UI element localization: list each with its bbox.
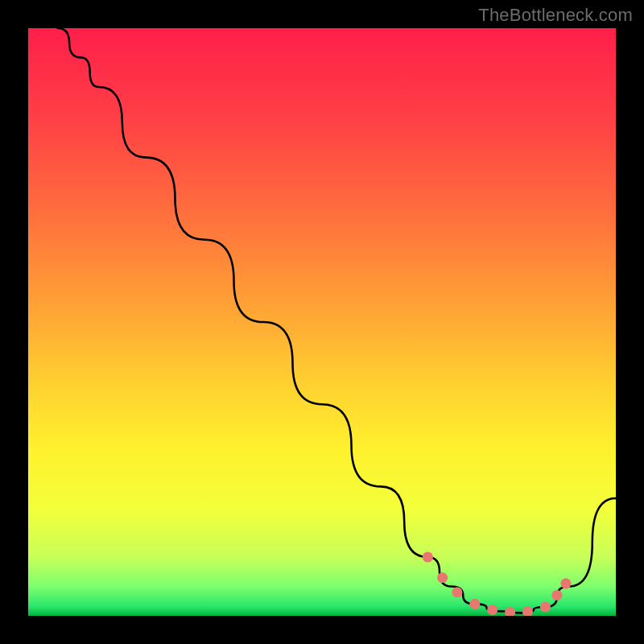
watermark-text: TheBottleneck.com — [478, 5, 633, 26]
svg-rect-0 — [28, 28, 616, 616]
plot-area — [28, 28, 616, 616]
background-gradient — [28, 28, 616, 616]
chart-stage: TheBottleneck.com — [0, 0, 644, 644]
